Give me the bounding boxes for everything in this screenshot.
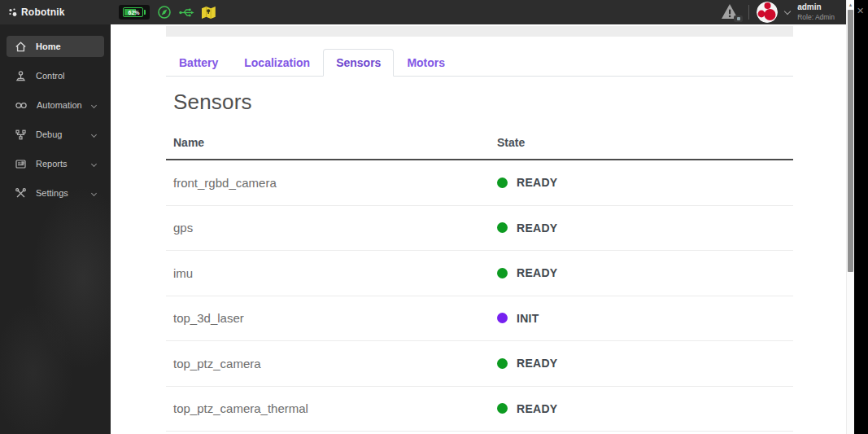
chevron-down-icon [91, 160, 97, 166]
sidebar-item-label: Settings [36, 188, 68, 198]
sensor-name: imu [166, 266, 490, 280]
column-header-name: Name [166, 126, 490, 159]
page-title: Sensors [173, 90, 793, 115]
state-dot-icon [497, 268, 508, 278]
usb-icon[interactable] [178, 7, 194, 19]
state-label: READY [517, 176, 558, 189]
vertical-scrollbar[interactable]: ▲ [846, 0, 854, 434]
user-info[interactable]: admin Role: Admin [797, 2, 835, 21]
sidebar: Home Control [0, 24, 111, 434]
battery-indicator[interactable]: 62% [119, 5, 150, 20]
sensor-name: top_ptz_camera [166, 357, 490, 370]
table-header: Name State [166, 126, 793, 160]
state-dot-icon [497, 313, 508, 323]
joystick-icon [15, 70, 27, 82]
sidebar-item-debug[interactable]: Debug [7, 124, 104, 145]
sidebar-item-label: Home [36, 42, 61, 51]
column-header-state: State [490, 126, 793, 159]
debug-icon [15, 129, 27, 141]
sidebar-item-label: Automation [37, 100, 82, 110]
robotnik-logo-icon [8, 7, 19, 18]
state-dot-icon [497, 178, 508, 188]
sidebar-item-label: Debug [36, 129, 62, 139]
tab-bar: Battery Localization Sensors Motors [166, 49, 793, 77]
avatar[interactable] [757, 2, 778, 23]
close-icon[interactable]: ✕ [857, 6, 864, 16]
robotnik-logo: Robotnik [0, 7, 111, 18]
sensor-name: gps [166, 221, 490, 235]
scrollbar-thumb[interactable] [848, 10, 853, 272]
state-label: READY [517, 357, 558, 370]
settings-icon [15, 187, 27, 199]
table-row[interactable]: imu READY [166, 251, 793, 296]
sensor-name: front_rgbd_camera [166, 176, 490, 190]
compass-icon[interactable] [157, 5, 172, 20]
table-row[interactable]: top_ptz_camera_thermal READY [166, 387, 793, 432]
sidebar-item-control[interactable]: Control [7, 65, 104, 86]
user-name: admin [797, 2, 835, 13]
state-dot-icon [497, 403, 508, 414]
user-menu-chevron-icon[interactable] [784, 7, 791, 14]
state-label: READY [517, 402, 558, 415]
state-label: INIT [517, 312, 539, 325]
sidebar-item-home[interactable]: Home [7, 36, 104, 57]
state-label: READY [517, 266, 558, 279]
sidebar-item-label: Reports [36, 159, 68, 169]
topbar-divider [748, 5, 749, 20]
chevron-down-icon [91, 131, 97, 137]
alerts-button[interactable] [720, 2, 741, 22]
sidebar-item-automation[interactable]: Automation [7, 94, 104, 116]
topbar: Robotnik 62% [0, 0, 846, 24]
state-dot-icon [497, 222, 508, 233]
sensor-name: top_ptz_camera_thermal [166, 401, 490, 415]
battery-percent: 62% [123, 7, 145, 17]
table-row[interactable]: gps READY [166, 206, 793, 252]
user-role: Role: Admin [797, 13, 835, 22]
alerts-badge [734, 15, 743, 22]
tab-motors[interactable]: Motors [394, 49, 458, 77]
sidebar-item-reports[interactable]: Reports [7, 153, 104, 174]
sensor-name: top_3d_laser [166, 311, 490, 325]
scrollbar-up-arrow-icon[interactable]: ▲ [847, 2, 854, 7]
map-icon[interactable] [201, 6, 216, 20]
reports-icon [15, 158, 27, 170]
window-edge: ✕ [854, 0, 868, 434]
sidebar-item-label: Control [36, 71, 64, 81]
scrolled-panel-edge [166, 26, 793, 37]
chevron-down-icon [91, 190, 97, 195]
sensors-table: Name State front_rgbd_camera READY gps [166, 126, 793, 432]
tab-localization[interactable]: Localization [231, 49, 323, 77]
tab-battery[interactable]: Battery [166, 49, 231, 77]
tab-sensors[interactable]: Sensors [323, 49, 394, 77]
logo-text: Robotnik [21, 7, 65, 18]
table-row[interactable]: front_rgbd_camera READY [166, 160, 793, 206]
state-label: READY [517, 221, 558, 235]
main-content: Battery Localization Sensors Motors Sens… [111, 24, 846, 434]
state-dot-icon [497, 358, 508, 369]
chevron-down-icon [91, 102, 97, 107]
home-icon [15, 41, 27, 53]
table-row[interactable]: top_ptz_camera READY [166, 341, 793, 387]
app-window: Robotnik 62% [0, 0, 846, 434]
sidebar-item-settings[interactable]: Settings [7, 182, 104, 204]
automation-icon [15, 99, 28, 112]
table-row[interactable]: top_3d_laser INIT [166, 296, 793, 342]
